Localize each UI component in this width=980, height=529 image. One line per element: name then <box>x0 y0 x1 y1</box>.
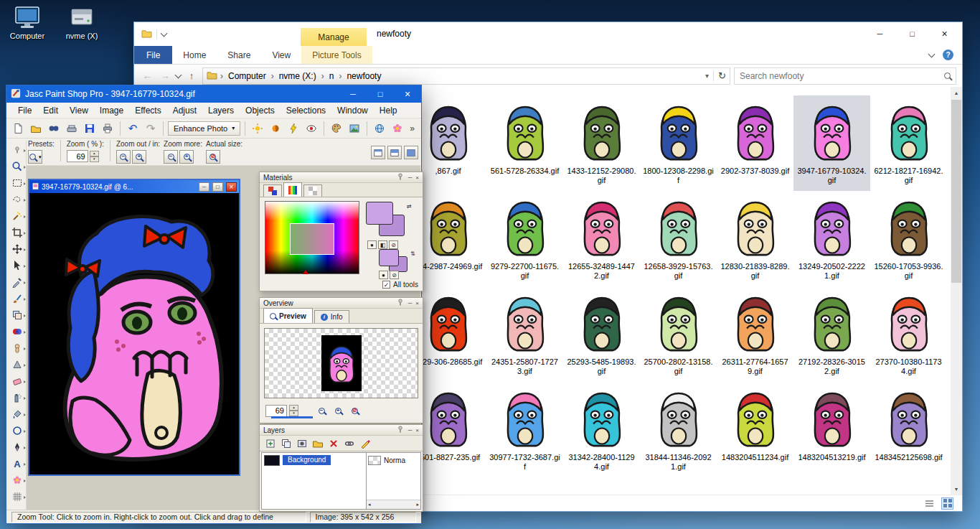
fillflash-icon[interactable] <box>286 121 301 136</box>
menu-adjust[interactable]: Adjust <box>167 106 202 116</box>
zoom-spin-up-icon[interactable]: ▴ <box>90 151 99 156</box>
psp-titlebar[interactable]: Jasc Paint Shop Pro - 3947-16779-10324.g… <box>6 85 421 103</box>
menu-objects[interactable]: Objects <box>240 106 281 116</box>
history-chevron-down-icon[interactable] <box>175 71 182 78</box>
tool-mesh-warp[interactable] <box>9 489 26 505</box>
breadcrumb-item[interactable]: Computer <box>225 71 270 81</box>
file-item[interactable]: 25293-5485-19893.gif <box>563 286 640 382</box>
forward-button[interactable]: → <box>158 70 172 81</box>
file-item[interactable]: 13249-20502-22221.gif <box>793 191 870 286</box>
overview-titlebar[interactable]: Overview ─ × <box>260 298 423 309</box>
save-icon[interactable] <box>82 121 98 136</box>
foreground-material-swatch[interactable] <box>379 249 399 266</box>
scroll-down-icon[interactable]: ▼ <box>951 483 962 495</box>
tool-pen[interactable] <box>9 439 26 455</box>
ribbon-tab-home[interactable]: Home <box>172 46 217 64</box>
address-bar[interactable]: ›Computer›nvme (X:)›n›newfooty ▾ ↻ <box>202 67 730 85</box>
file-item[interactable]: 30977-1732-3687.gif <box>486 382 563 477</box>
layers-horizontal-scrollbar[interactable]: ◂ ▸ <box>367 500 420 509</box>
overview-spin-down-icon[interactable]: ▾ <box>289 411 298 416</box>
overview-zoom-in-button[interactable]: + <box>331 404 345 418</box>
manage-contextual-tab[interactable]: Manage <box>301 28 367 46</box>
file-item[interactable]: 25700-2802-13158.gif <box>640 286 717 382</box>
image-canvas[interactable] <box>29 193 239 474</box>
delete-layer-icon[interactable] <box>326 437 340 450</box>
menu-layers[interactable]: Layers <box>202 106 240 116</box>
file-item[interactable]: 27370-10380-11734.gif <box>870 286 947 382</box>
tool-eraser[interactable] <box>9 373 26 389</box>
overview-zoom-spinner[interactable]: 69 <box>265 405 287 417</box>
child-titlebar[interactable]: 3947-16779-10324.gif @ 6... ─ □ × <box>29 180 239 193</box>
tool-pick[interactable] <box>9 258 26 273</box>
saturation-box[interactable] <box>290 223 334 255</box>
scan-icon[interactable] <box>64 121 80 136</box>
ribbon-collapse-chevron-icon[interactable] <box>928 50 936 57</box>
breadcrumb-item[interactable]: nvme (X:) <box>275 71 320 81</box>
file-item[interactable]: 3947-16779-10324.gif <box>793 95 870 191</box>
tool-text[interactable]: A <box>9 456 26 472</box>
tab-rainbow[interactable] <box>283 182 302 197</box>
breadcrumb-item[interactable]: n <box>326 71 338 81</box>
address-chevron-down-icon[interactable]: ▾ <box>705 72 709 80</box>
browse-icon[interactable] <box>46 121 62 136</box>
file-item[interactable]: 12830-21839-8289.gif <box>717 191 793 286</box>
details-view-button[interactable] <box>923 497 936 510</box>
materials-titlebar[interactable]: Materials ─ × <box>260 172 423 183</box>
pin-icon[interactable] <box>396 425 405 435</box>
overview-zoom-out-button[interactable]: − <box>314 404 329 418</box>
file-item[interactable]: 1483204511234.gif <box>717 382 793 477</box>
zoom-spinner[interactable]: 69 <box>67 150 88 162</box>
panel-close-icon[interactable]: × <box>415 174 419 181</box>
panel-close-icon[interactable]: × <box>415 300 419 306</box>
thumbnails-view-button[interactable] <box>941 497 953 510</box>
blend-mode[interactable]: Norma <box>384 457 405 464</box>
menu-help[interactable]: Help <box>374 106 403 116</box>
material-style-button[interactable]: ● <box>379 271 388 279</box>
scroll-left-icon[interactable]: ◂ <box>368 502 371 507</box>
file-item[interactable]: 12658-3929-15763.gif <box>640 191 717 286</box>
file-item[interactable]: 26311-27764-16579.gif <box>717 286 793 382</box>
redeye-icon[interactable] <box>303 121 319 136</box>
overview-spin-up-icon[interactable]: ▴ <box>289 405 298 411</box>
palette-pin-icon[interactable] <box>9 142 26 158</box>
all-tools-checkbox[interactable]: ✓ <box>382 281 390 289</box>
new-mask-icon[interactable] <box>295 437 308 450</box>
flower-icon[interactable] <box>390 121 405 136</box>
file-item[interactable]: 27192-28326-30152.gif <box>793 286 870 382</box>
tool-magic-wand[interactable] <box>9 208 26 224</box>
desktop-icon-computer[interactable]: Computer <box>4 6 50 40</box>
file-item[interactable]: 1483204513219.gif <box>793 382 870 477</box>
open-icon[interactable] <box>28 121 44 136</box>
new-group-icon[interactable] <box>311 437 324 450</box>
panel-close-icon[interactable]: × <box>415 427 419 434</box>
tab-swatches[interactable] <box>303 184 322 197</box>
menu-effects[interactable]: Effects <box>129 106 166 116</box>
file-item[interactable]: 31342-28400-11294.gif <box>563 382 640 477</box>
file-item[interactable]: 1433-12152-29080.gif <box>563 95 640 191</box>
close-button[interactable]: × <box>394 85 421 103</box>
menu-view[interactable]: View <box>64 106 94 116</box>
actual-size-button[interactable]: ⊘ <box>206 150 220 164</box>
file-item[interactable]: 561-5728-26334.gif <box>486 95 563 191</box>
redo-icon[interactable]: ↷ <box>143 121 159 136</box>
quick-access-chevron-down-icon[interactable] <box>161 30 168 37</box>
tool-paintbrush[interactable] <box>9 291 26 306</box>
tool-clone[interactable] <box>9 307 26 323</box>
gradient-style-button[interactable]: ◧ <box>378 240 387 249</box>
maximize-button[interactable]: □ <box>367 85 394 103</box>
file-item[interactable]: 24351-25807-17273.gif <box>486 286 563 382</box>
layer-name[interactable]: Background <box>283 455 331 465</box>
breadcrumb-item[interactable]: newfooty <box>343 71 385 81</box>
palette-icon[interactable] <box>329 121 344 136</box>
tool-selection[interactable] <box>9 175 26 191</box>
presets-dropdown[interactable]: ▾ <box>28 150 42 164</box>
tool-zoom[interactable] <box>9 159 26 174</box>
window-normal-view-button[interactable] <box>371 146 385 159</box>
color-style-button[interactable]: ● <box>367 240 377 249</box>
new-layer-icon[interactable] <box>263 437 277 450</box>
tool-move[interactable] <box>9 241 26 257</box>
edit-layer-icon[interactable] <box>358 437 372 450</box>
file-item[interactable]: 1483452125698.gif <box>870 382 947 477</box>
panel-minimize-icon[interactable]: ─ <box>408 427 413 434</box>
enhance-photo-button[interactable]: Enhance Photo▾ <box>168 121 240 136</box>
